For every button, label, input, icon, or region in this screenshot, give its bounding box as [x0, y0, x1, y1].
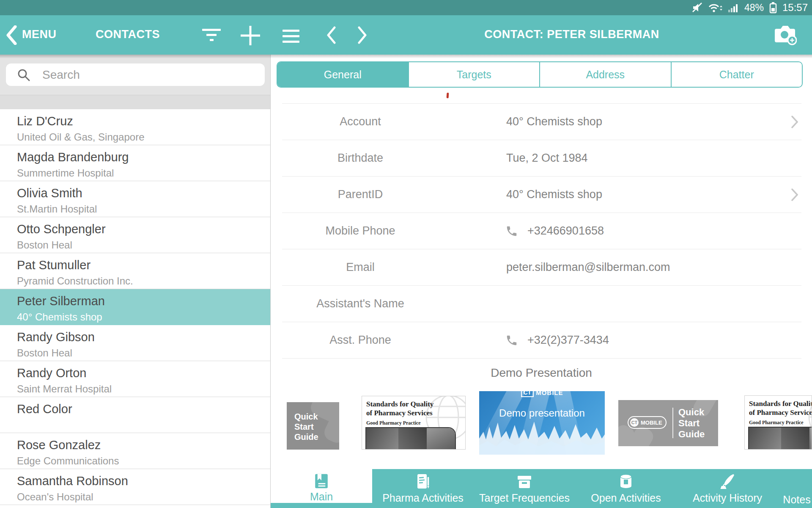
asst-phone-value[interactable]: +32(2)377-3434 [527, 334, 609, 347]
mute-icon [692, 2, 703, 13]
bottom-nav: Main Pharma Activities Target Frequencie… [271, 469, 812, 508]
contact-row-selected[interactable]: Peter Silberman40° Chemists shop [0, 289, 271, 325]
activity-history-icon [719, 473, 736, 490]
search-area [0, 55, 271, 95]
contact-row[interactable]: Rose GonzalezEdge Communications [0, 433, 271, 469]
ct-mobile-logo: CTMOBILE [521, 391, 563, 397]
menu-button[interactable]: MENU [22, 28, 57, 41]
search-icon [17, 68, 30, 82]
email-value[interactable]: peter.silberman@silberman.com [506, 261, 670, 274]
add-contact-button[interactable] [239, 25, 261, 47]
nav-tab-notes[interactable]: Notes [771, 469, 812, 508]
list-toggle-button[interactable] [283, 30, 299, 43]
contact-row[interactable]: Red Color [0, 397, 271, 433]
contact-row[interactable]: Randy GibsonBoston Heal [0, 325, 271, 361]
list-section-header [0, 95, 271, 109]
status-bar: 48% 15:57 [0, 0, 812, 15]
plus-icon [239, 25, 261, 47]
filter-icon [202, 29, 221, 41]
required-marker [447, 93, 449, 98]
field-row-parentid[interactable]: ParentID 40° Chemists shop [282, 177, 801, 213]
field-row-email: Email peter.silberman@silberman.com [282, 249, 801, 285]
contacts-title: CONTACTS [96, 28, 160, 41]
tab-address[interactable]: Address [539, 62, 671, 87]
filter-button[interactable] [202, 29, 221, 41]
search-box[interactable] [6, 64, 265, 86]
nav-tab-activity-history[interactable]: Activity History [677, 469, 778, 508]
phone-icon [505, 225, 518, 237]
detail-tabbar: General Targets Address Chatter [277, 61, 803, 88]
next-contact-button[interactable] [358, 26, 367, 44]
hamburger-icon [283, 30, 299, 43]
back-button[interactable] [6, 25, 17, 45]
search-input[interactable] [41, 68, 238, 82]
phone-icon [505, 334, 518, 347]
toolbar: MENU CONTACTS CONTACT: PETER SILBERMAN [0, 15, 812, 55]
contact-row[interactable]: Magda BrandenburgSummertime Hospital [0, 145, 271, 181]
nav-tab-pharma-activities[interactable]: Pharma Activities [372, 469, 474, 508]
chevron-right-icon [791, 188, 798, 203]
presentation-thumb-quick-start-guide[interactable]: CTMOBILE Quick Start Guide [618, 400, 718, 446]
wifi-icon [708, 2, 722, 13]
contact-page-title: CONTACT: PETER SILBERMAN [484, 28, 659, 41]
tab-chatter[interactable]: Chatter [671, 62, 802, 87]
ct-mobile-logo: CTMOBILE [628, 416, 667, 429]
tab-targets[interactable]: Targets [408, 62, 540, 87]
prev-contact-button[interactable] [326, 26, 336, 44]
chevron-left-icon [326, 26, 336, 44]
presentation-thumb-demo[interactable]: CTMOBILE Demo presentation [479, 391, 605, 455]
pharma-activities-icon [414, 473, 431, 490]
field-row-mobile-phone: Mobile Phone +32466901658 [282, 213, 801, 249]
chevron-right-icon [358, 26, 367, 44]
battery-icon [769, 2, 777, 14]
clock: 15:57 [782, 2, 808, 14]
camera-plus-icon [773, 24, 797, 46]
open-activities-icon [617, 473, 634, 490]
nav-tab-main[interactable]: Main [271, 469, 372, 503]
chevron-right-icon [791, 116, 798, 130]
contact-row[interactable]: Samantha RobinsonOcean's Hospital [0, 469, 271, 505]
camera-button[interactable] [773, 24, 797, 46]
contact-list: Liz D'CruzUnited Oil & Gas, Singapore Ma… [0, 109, 271, 505]
mobile-phone-value[interactable]: +32466901658 [527, 224, 604, 237]
battery-percent: 48% [744, 2, 764, 14]
target-frequencies-icon [516, 473, 533, 490]
field-row-birthdate: Birthdate Tue, 2 Oct 1984 [282, 140, 801, 176]
presentation-thumb-standards[interactable]: Standards for Qualityof Pharmacy Service… [362, 396, 466, 450]
crowd-silhouette [479, 421, 605, 455]
signal-icon [727, 3, 739, 13]
contact-row[interactable]: Pat StumullerPyramid Construction Inc. [0, 253, 271, 289]
nav-tab-target-frequencies[interactable]: Target Frequencies [474, 469, 575, 508]
contact-row[interactable]: Randy OrtonSaint Merrat Hospital [0, 361, 271, 397]
contact-row[interactable]: Liz D'CruzUnited Oil & Gas, Singapore [0, 109, 271, 145]
tab-general[interactable]: General [277, 62, 408, 87]
field-row-assistant-name: Assistant's Name [282, 286, 801, 322]
presentation-thumb-quick-start[interactable]: QuickStartGuide [287, 402, 339, 450]
main-icon [313, 473, 330, 489]
back-chevron-icon [6, 25, 17, 45]
field-row-account[interactable]: Account 40° Chemists shop [282, 104, 801, 140]
nav-tab-open-activities[interactable]: Open Activities [575, 469, 677, 508]
presentation-thumb-standards-2[interactable]: Standards for Qualityof Pharmacy Service… [744, 395, 812, 450]
contact-row[interactable]: Otto SchpenglerBoston Heal [0, 217, 271, 253]
app-screen: 48% 15:57 MENU CONTACTS CONTACT: PETER S… [0, 0, 812, 508]
panel-divider [270, 55, 271, 508]
field-row-asst-phone: Asst. Phone +32(2)377-3434 [282, 322, 801, 358]
demo-presentation-title: Demo Presentation [271, 358, 812, 388]
contact-row[interactable]: Olivia SmithSt.Martin Hospital [0, 181, 271, 217]
